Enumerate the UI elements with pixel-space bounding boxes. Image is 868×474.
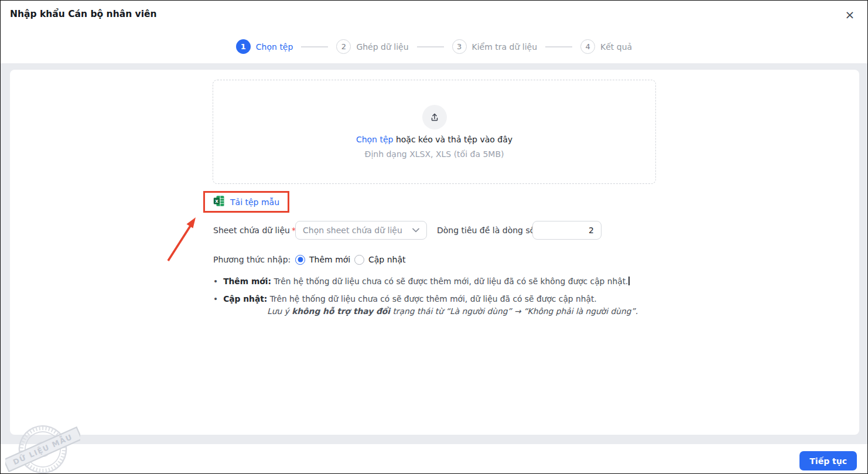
header-row-input[interactable] bbox=[532, 221, 602, 240]
import-method-label: Phương thức nhập: bbox=[213, 253, 291, 267]
choose-file-link[interactable]: Chọn tệp bbox=[356, 135, 394, 144]
note-cap-nhat-warning: Lưu ý không hỗ trợ thay đổi trạng thái t… bbox=[267, 306, 638, 317]
sheet-select[interactable]: Chọn sheet chứa dữ liệu bbox=[295, 221, 427, 240]
annotation-highlight-box: x Tải tệp mẫu bbox=[203, 191, 289, 213]
step-connector bbox=[417, 46, 444, 47]
step-connector bbox=[545, 46, 572, 47]
drag-drop-text: hoặc kéo và thả tệp vào đây bbox=[393, 135, 512, 144]
continue-button[interactable]: Tiếp tục bbox=[799, 451, 857, 470]
step-2-circle: 2 bbox=[336, 39, 351, 54]
upload-icon bbox=[422, 105, 447, 129]
step-4-circle: 4 bbox=[580, 39, 595, 54]
page-title: Nhập khẩu Cán bộ nhân viên bbox=[10, 9, 157, 19]
step-1-label: Chọn tệp bbox=[256, 42, 293, 52]
step-ket-qua[interactable]: 4 Kết quả bbox=[580, 39, 632, 54]
step-kiem-tra-du-lieu[interactable]: 3 Kiểm tra dữ liệu bbox=[452, 39, 538, 54]
text-cursor bbox=[628, 277, 630, 285]
radio-unselected-icon bbox=[354, 255, 364, 265]
chevron-down-icon bbox=[412, 228, 419, 233]
footer-bar bbox=[1, 444, 867, 474]
radio-them-moi[interactable]: Thêm mới bbox=[295, 253, 350, 267]
radio-selected-icon bbox=[295, 255, 305, 265]
sheet-field-label: Sheet chứa dữ liệu* bbox=[213, 221, 296, 240]
bullet-dot: • bbox=[213, 294, 218, 305]
step-1-circle: 1 bbox=[236, 39, 251, 54]
step-ghep-du-lieu[interactable]: 2 Ghép dữ liệu bbox=[336, 39, 408, 54]
file-dropzone[interactable]: Chọn tệp hoặc kéo và thả tệp vào đây Địn… bbox=[213, 80, 656, 184]
excel-icon: x bbox=[213, 195, 225, 209]
download-template-link[interactable]: Tải tệp mẫu bbox=[230, 197, 279, 207]
bullet-dot: • bbox=[213, 276, 218, 287]
radio-cap-nhat[interactable]: Cập nhật bbox=[354, 253, 406, 267]
stepper: 1 Chọn tệp 2 Ghép dữ liệu 3 Kiểm tra dữ … bbox=[1, 39, 867, 54]
header-row-label: Dòng tiêu đề là dòng số* bbox=[437, 221, 541, 240]
step-chon-tep[interactable]: 1 Chọn tệp bbox=[236, 39, 293, 54]
step-3-label: Kiểm tra dữ liệu bbox=[472, 42, 538, 52]
step-connector bbox=[301, 46, 328, 47]
dropzone-text: Chọn tệp hoặc kéo và thả tệp vào đây bbox=[356, 135, 512, 144]
step-4-label: Kết quả bbox=[600, 42, 632, 52]
close-icon[interactable]: × bbox=[842, 6, 858, 23]
file-format-hint: Định dạng XLSX, XLS (tối đa 5MB) bbox=[365, 149, 504, 159]
svg-text:x: x bbox=[215, 197, 218, 203]
watermark-stamp: DỮ LIỆU MẪU bbox=[5, 422, 80, 474]
step-2-label: Ghép dữ liệu bbox=[356, 42, 408, 52]
import-staff-modal: Nhập khẩu Cán bộ nhân viên × 1 Chọn tệp … bbox=[0, 0, 868, 474]
note-cap-nhat: • Cập nhật: Trên hệ thống dữ liệu chưa c… bbox=[213, 294, 597, 305]
annotation-arrow bbox=[162, 214, 206, 263]
svg-text:DỮ LIỆU MẪU: DỮ LIỆU MẪU bbox=[11, 432, 74, 466]
sheet-select-placeholder: Chọn sheet chứa dữ liệu bbox=[303, 226, 412, 235]
note-them-moi: • Thêm mới: Trên hệ thống dữ liệu chưa c… bbox=[213, 276, 630, 287]
step-3-circle: 3 bbox=[452, 39, 467, 54]
